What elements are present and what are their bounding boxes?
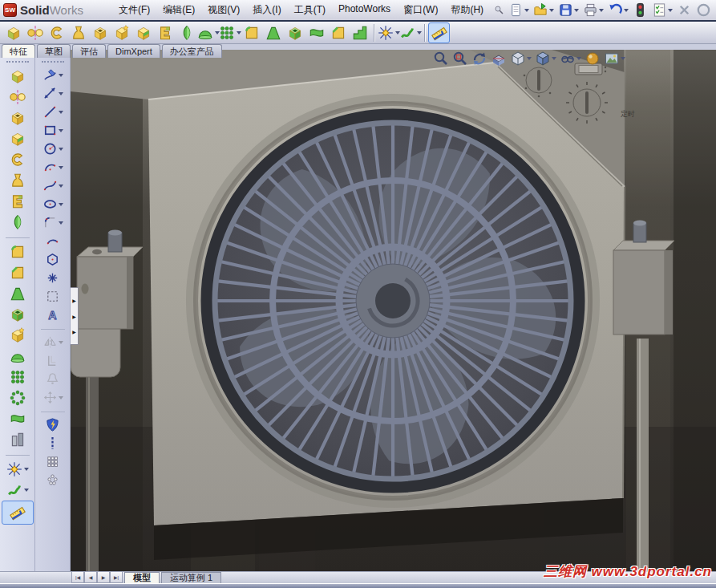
- dropdown-caret-icon[interactable]: [59, 111, 63, 114]
- fan-model-svg[interactable]: 定时: [71, 50, 716, 571]
- flex-button[interactable]: [349, 22, 370, 43]
- lofted-boss-button[interactable]: [67, 22, 89, 43]
- tab-评估[interactable]: 评估: [72, 44, 106, 58]
- dropdown-caret-icon[interactable]: [59, 203, 63, 206]
- menu-item-0[interactable]: 文件(F): [112, 0, 156, 20]
- apply-scene-button[interactable]: [604, 51, 625, 67]
- instant3d-button[interactable]: [428, 22, 450, 43]
- dropdown-caret-icon[interactable]: [527, 57, 532, 60]
- reference-geometry-button[interactable]: [378, 22, 399, 43]
- extruded-boss-button[interactable]: [2, 66, 34, 87]
- swept-cut-button[interactable]: [154, 22, 176, 43]
- close-document-button[interactable]: [676, 2, 693, 18]
- curves-button[interactable]: [2, 480, 34, 501]
- dropdown-caret-icon[interactable]: [576, 57, 581, 60]
- tab-DimXpert[interactable]: DimXpert: [107, 44, 160, 58]
- nav-first-button[interactable]: |◀: [71, 572, 84, 583]
- menu-item-2[interactable]: 视图(V): [201, 0, 246, 20]
- text-button[interactable]: A: [37, 306, 69, 324]
- dropdown-caret-icon[interactable]: [59, 148, 63, 151]
- draft-button[interactable]: [2, 283, 34, 304]
- spline-button[interactable]: [37, 176, 69, 195]
- dropdown-caret-icon[interactable]: [549, 9, 554, 12]
- menu-item-1[interactable]: 编辑(E): [156, 0, 201, 20]
- nav-next-button[interactable]: ▶: [97, 572, 110, 583]
- zoom-to-fit-button[interactable]: [433, 51, 449, 67]
- lofted-cut-button[interactable]: [2, 212, 34, 233]
- trim-entities-button[interactable]: [37, 287, 69, 306]
- view-orientation-button[interactable]: [510, 51, 532, 67]
- dropdown-caret-icon[interactable]: [59, 74, 63, 77]
- instant3d-button[interactable]: [2, 501, 34, 525]
- display-style-button[interactable]: [535, 51, 556, 67]
- menu-item-3[interactable]: 插入(I): [246, 0, 287, 20]
- swept-boss-button[interactable]: [46, 22, 67, 43]
- toolbar-grip[interactable]: [42, 61, 64, 63]
- undo-button[interactable]: [607, 2, 629, 18]
- circular-pattern-button[interactable]: [2, 387, 34, 408]
- dropdown-caret-icon[interactable]: [59, 341, 63, 344]
- linear-pattern-button[interactable]: [2, 367, 34, 387]
- circular-sketch-pattern-button[interactable]: [37, 471, 69, 489]
- hole-wizard-button[interactable]: [111, 22, 132, 43]
- linear-sketch-pattern-button[interactable]: [37, 452, 69, 471]
- extruded-cut-button[interactable]: [89, 22, 111, 43]
- edit-appearance-button[interactable]: [585, 51, 601, 67]
- new-document-button[interactable]: [508, 2, 530, 18]
- dropdown-caret-icon[interactable]: [59, 185, 63, 188]
- nav-last-button[interactable]: ▶|: [110, 572, 123, 583]
- rotate-view-button[interactable]: [471, 51, 487, 67]
- extruded-cut-button[interactable]: [2, 107, 34, 128]
- toolbars-toggle-button[interactable]: [632, 2, 649, 18]
- section-view-button[interactable]: [491, 51, 507, 67]
- linear-pattern-button[interactable]: [219, 22, 241, 43]
- save-button[interactable]: [557, 2, 580, 18]
- corner-rectangle-button[interactable]: [37, 121, 69, 140]
- point-button[interactable]: [37, 269, 69, 287]
- dome-button[interactable]: [197, 22, 219, 43]
- dropdown-caret-icon[interactable]: [59, 221, 63, 225]
- dropdown-caret-icon[interactable]: [24, 468, 29, 471]
- dropdown-caret-icon[interactable]: [574, 9, 579, 12]
- dropdown-caret-icon[interactable]: [59, 92, 63, 95]
- dropdown-caret-icon[interactable]: [59, 166, 63, 169]
- chamfer-button[interactable]: [327, 22, 349, 43]
- tangent-arc-button[interactable]: [37, 232, 69, 250]
- line-button[interactable]: [37, 103, 69, 121]
- centerpoint-arc-button[interactable]: [37, 158, 69, 176]
- polygon-button[interactable]: [37, 250, 69, 269]
- viewport-3d[interactable]: 定时 ▶ ▶ ▶: [71, 50, 716, 571]
- smart-dimension-button[interactable]: [37, 84, 69, 103]
- lofted-boss-button[interactable]: [2, 170, 34, 191]
- dome-button[interactable]: [2, 346, 34, 367]
- lofted-cut-button[interactable]: [176, 22, 197, 43]
- quick-snaps-button[interactable]: [37, 416, 69, 434]
- dropdown-caret-icon[interactable]: [621, 57, 625, 60]
- swept-boss-button[interactable]: [2, 149, 34, 170]
- menu-item-7[interactable]: 帮助(H): [444, 0, 490, 20]
- revolved-cut-button[interactable]: [2, 128, 34, 149]
- hole-wizard-button[interactable]: [2, 325, 34, 346]
- dropdown-caret-icon[interactable]: [624, 9, 629, 12]
- print-button[interactable]: [582, 2, 605, 18]
- dropdown-caret-icon[interactable]: [417, 31, 422, 34]
- rib-button[interactable]: [262, 22, 284, 43]
- fan-3d-model[interactable]: 定时: [71, 50, 716, 571]
- feature-tree-flyout[interactable]: ▶ ▶ ▶: [71, 287, 79, 345]
- mirror-button[interactable]: [2, 429, 34, 450]
- extruded-boss-button[interactable]: [2, 22, 24, 43]
- pin-menu-icon[interactable]: [493, 4, 505, 16]
- rebuild-button[interactable]: [695, 2, 712, 18]
- menu-item-4[interactable]: 工具(T): [288, 0, 332, 20]
- revolved-boss-button[interactable]: [24, 22, 46, 43]
- chamfer-button[interactable]: [2, 262, 34, 283]
- fillet-button[interactable]: [2, 241, 34, 262]
- shell-button[interactable]: [2, 304, 34, 325]
- toolbar-grip[interactable]: [6, 61, 29, 63]
- tab-草图[interactable]: 草图: [37, 44, 71, 58]
- open-document-button[interactable]: [532, 2, 555, 18]
- selection-filter-button[interactable]: [651, 2, 674, 18]
- bottom-tab-1[interactable]: 运动算例 1: [161, 572, 221, 583]
- tab-特征[interactable]: 特征: [2, 44, 35, 58]
- menu-item-5[interactable]: PhotoWorks: [332, 0, 397, 20]
